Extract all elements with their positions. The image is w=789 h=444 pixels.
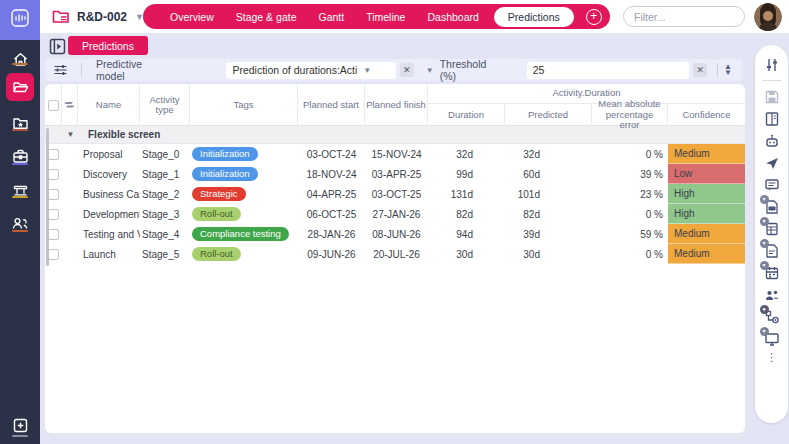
cell-mape: 59 % xyxy=(592,224,668,244)
table-row[interactable]: Development Stage_3 Roll-out 06-OCT-25 2… xyxy=(45,204,745,224)
content-area: Predictions Predictive model Prediction … xyxy=(40,33,789,444)
left-sidebar xyxy=(0,0,40,444)
table-row[interactable]: Launch Stage_5 Roll-out 09-JUN-26 20-JUL… xyxy=(45,244,745,264)
user-avatar[interactable] xyxy=(754,3,782,31)
add-tab-icon[interactable]: + xyxy=(586,9,602,25)
sidebar-item-workspace[interactable] xyxy=(0,141,40,171)
sidebar-item-projects[interactable] xyxy=(0,72,40,102)
col-header-duration[interactable]: Duration xyxy=(428,104,505,126)
hierarchy-column-header xyxy=(62,84,78,126)
workflow-settings-icon[interactable]: ● xyxy=(764,309,780,325)
vertical-scrollbar[interactable] xyxy=(46,128,49,266)
cell-confidence: Medium xyxy=(668,244,745,264)
row-checkbox[interactable] xyxy=(48,229,59,240)
row-checkbox[interactable] xyxy=(48,169,59,180)
row-checkbox[interactable] xyxy=(48,149,59,160)
select-all-checkbox[interactable] xyxy=(48,100,59,111)
stepper-control[interactable]: ▲▼ xyxy=(724,64,732,76)
table-row[interactable]: Discovery Stage_1 Initialization 18-NOV-… xyxy=(45,164,745,184)
tab-predictions-active[interactable]: Predictions xyxy=(494,7,574,27)
divider xyxy=(762,80,781,81)
project-selector[interactable]: R&D-002 ▼ xyxy=(52,0,144,33)
table-row[interactable]: Proposal Stage_0 Initialization 03-OCT-2… xyxy=(45,144,745,164)
panel-toggle-icon[interactable] xyxy=(49,38,66,55)
threshold-input[interactable] xyxy=(533,64,653,76)
row-checkbox[interactable] xyxy=(48,189,59,200)
comments-icon[interactable] xyxy=(764,177,780,193)
tab-overview[interactable]: Overview xyxy=(159,11,225,23)
layers-icon xyxy=(63,100,76,111)
clear-model-icon[interactable]: ✕ xyxy=(400,63,414,77)
row-icon-cell xyxy=(62,244,78,264)
cell-duration: 30d xyxy=(428,244,505,264)
collapse-chevron-icon[interactable]: ▼ xyxy=(62,130,79,139)
threshold-dropdown-icon[interactable]: ▼ xyxy=(426,66,434,75)
cell-activity-type: Stage_0 xyxy=(140,144,190,164)
select-all-cell[interactable] xyxy=(45,84,62,126)
cell-duration: 131d xyxy=(428,184,505,204)
cell-planned-start: 09-JUN-26 xyxy=(298,244,365,264)
col-header-planned-start[interactable]: Planned start xyxy=(298,84,365,126)
col-header-predicted[interactable]: Predicted xyxy=(505,104,592,126)
report-book-icon[interactable] xyxy=(764,111,780,127)
filter-settings-icon[interactable] xyxy=(764,57,780,73)
home-accent xyxy=(12,63,28,65)
tab-stage-gate[interactable]: Stage & gate xyxy=(225,11,308,23)
ai-assistant-icon[interactable] xyxy=(764,133,780,149)
tab-dashboard[interactable]: Dashboard xyxy=(416,11,489,23)
sidebar-item-home[interactable] xyxy=(0,44,40,74)
col-header-tags[interactable]: Tags xyxy=(190,84,298,126)
module-tabs: Overview Stage & gate Gantt Timeline Das… xyxy=(143,4,610,29)
cell-name: Proposal xyxy=(78,144,140,164)
row-checkbox[interactable] xyxy=(48,249,59,260)
cell-name: Launch xyxy=(78,244,140,264)
tab-gantt[interactable]: Gantt xyxy=(307,11,355,23)
chevron-down-icon[interactable]: ▼ xyxy=(363,66,371,75)
badge-chevron-icon: ▾ xyxy=(760,261,769,270)
col-header-name[interactable]: Name xyxy=(78,84,140,126)
sidebar-item-teams[interactable] xyxy=(0,208,40,238)
cell-tags: Initialization xyxy=(190,144,298,164)
export-document-icon[interactable]: ▾ xyxy=(764,243,780,259)
col-header-confidence[interactable]: Confidence xyxy=(668,104,745,126)
prediction-filter-bar: Predictive model Prediction of durations… xyxy=(45,59,742,81)
export-spreadsheet-icon[interactable]: ▾ xyxy=(764,221,780,237)
cell-confidence: High xyxy=(668,204,745,224)
col-header-activity-type[interactable]: Activity type xyxy=(140,84,190,126)
table-row[interactable]: Testing and V... Stage_4 Compliance test… xyxy=(45,224,745,244)
cell-planned-finish: 15-NOV-24 xyxy=(365,144,428,164)
col-header-mape[interactable]: Mean absolute percentage error xyxy=(592,104,668,126)
row-icon-cell xyxy=(62,224,78,244)
col-header-planned-finish[interactable]: Planned finish xyxy=(365,84,428,126)
table-row[interactable]: Business Case Stage_2 Strategic 04-APR-2… xyxy=(45,184,745,204)
row-checkbox[interactable] xyxy=(48,209,59,220)
save-icon[interactable] xyxy=(764,89,780,105)
predictions-view-button[interactable]: Predictions xyxy=(68,36,148,55)
chevron-down-icon[interactable]: ▼ xyxy=(724,70,732,76)
app-logo[interactable] xyxy=(0,0,40,40)
app-window: R&D-002 ▼ Overview Stage & gate Gantt Ti… xyxy=(0,0,789,444)
predictive-model-select[interactable]: Prediction of durations:Acti ▼ xyxy=(226,62,396,79)
cell-planned-start: 28-JAN-26 xyxy=(298,224,365,244)
right-toolbar: ▾ ▾ ▾ ▾ ● ▾ ⋮ xyxy=(755,45,788,423)
predictions-table: Name Activity type Tags Planned start Pl… xyxy=(45,84,745,433)
badge-dot-icon: ● xyxy=(760,305,769,314)
cell-predicted: 101d xyxy=(505,184,592,204)
export-pdf-icon[interactable]: ▾ xyxy=(764,199,780,215)
tag-pill: Roll-out xyxy=(192,207,241,221)
cell-activity-type: Stage_5 xyxy=(140,244,190,264)
cell-tags: Strategic xyxy=(190,184,298,204)
team-icon[interactable] xyxy=(764,287,780,303)
display-icon[interactable]: ▾ xyxy=(764,331,780,347)
send-icon[interactable] xyxy=(764,155,780,171)
calendar-icon[interactable]: ▾ xyxy=(764,265,780,281)
more-options-icon[interactable]: ⋮ xyxy=(766,352,777,362)
sidebar-item-portfolio[interactable] xyxy=(0,108,40,138)
sidebar-item-stage-gate[interactable] xyxy=(0,175,40,205)
portfolio-accent xyxy=(12,129,28,131)
tab-timeline[interactable]: Timeline xyxy=(355,11,416,23)
workspace-accent xyxy=(12,163,28,165)
clear-threshold-icon[interactable]: ✕ xyxy=(693,63,707,77)
sliders-icon[interactable] xyxy=(53,63,68,77)
filter-input[interactable] xyxy=(623,6,745,27)
